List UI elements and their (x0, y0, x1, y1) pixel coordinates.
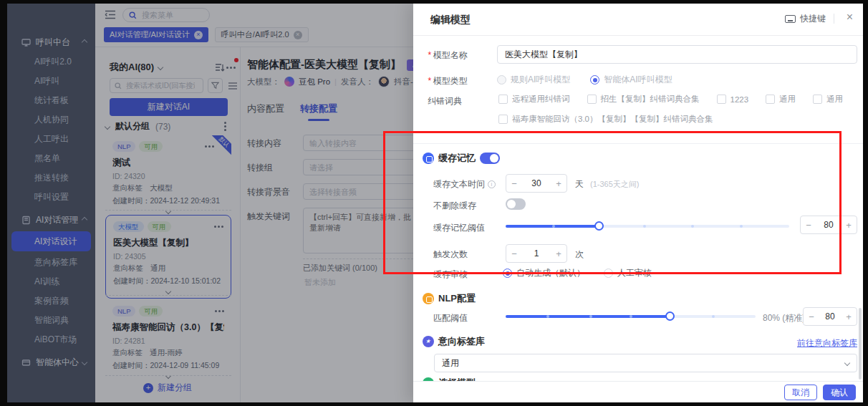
radio-checked-icon (503, 269, 512, 278)
radio-rule-ai-model[interactable]: 规则AI呼叫模型 (497, 74, 570, 86)
stepper-value[interactable]: 80 (819, 311, 841, 322)
slider-handle[interactable] (594, 221, 604, 231)
checkbox-icon (717, 95, 726, 104)
app-window: 呼叫中台 AI呼叫2.0 AI呼叫 统计看板 人机协同 人工呼出 黑名单 推送转… (7, 4, 863, 402)
radio-icon (497, 75, 506, 84)
match-threshold-slider[interactable] (506, 315, 756, 318)
nlp-config-icon (423, 293, 434, 304)
checkbox-common-dict-2[interactable]: 通用 (813, 94, 843, 105)
intent-tag-section: 意向标签库 (423, 335, 485, 348)
increment-button[interactable]: + (551, 178, 566, 189)
cache-memory-section: 缓存记忆 (423, 152, 500, 165)
intent-tag-icon (423, 336, 434, 347)
model-name-input[interactable] (497, 45, 857, 64)
field-label: *模型名称 (428, 49, 468, 62)
modal-footer: 取消 确认 (413, 381, 863, 402)
field-label: *模型类型 (428, 75, 468, 87)
screenshot-root: 呼叫中台 AI呼叫2.0 AI呼叫 统计看板 人机协同 人工呼出 黑名单 推送转… (0, 0, 868, 406)
checkbox-1223-dict[interactable]: 1223 (717, 95, 749, 104)
checkbox-icon (498, 115, 508, 124)
shortcut-label: 快捷键 (800, 13, 826, 25)
divider (834, 14, 834, 24)
cache-threshold-stepper: − 80 + (800, 216, 857, 234)
radio-label: 智能体AI呼叫模型 (604, 74, 672, 86)
confirm-button[interactable]: 确认 (823, 385, 856, 400)
radio-manual-review[interactable]: 人工审核 (604, 267, 652, 279)
section-title: 缓存记忆 (438, 152, 476, 165)
decrement-button[interactable]: − (804, 311, 819, 322)
divider (413, 143, 863, 144)
scrollbar-thumb[interactable] (859, 308, 862, 380)
select-value: 通用 (442, 357, 459, 369)
required-asterisk: * (428, 50, 431, 60)
field-label: 缓存文本时间i (433, 178, 496, 190)
checkbox-label: 1223 (730, 95, 749, 104)
section-title: 意向标签库 (438, 335, 485, 348)
stepper-value[interactable]: 1 (522, 248, 551, 258)
nlp-config-section: NLP配置 (423, 292, 476, 305)
increment-button[interactable]: + (841, 220, 857, 231)
keyboard-icon (785, 15, 796, 23)
required-asterisk: * (428, 76, 431, 86)
radio-label: 自动生成（默认） (516, 267, 585, 279)
chevron-down-icon (844, 360, 850, 366)
goto-intent-lib-link[interactable]: 前往意向标签库 (797, 337, 857, 349)
section-title: NLP配置 (438, 292, 476, 305)
stepper-value[interactable]: 30 (522, 178, 551, 188)
unit-label: 次 (575, 248, 584, 261)
field-label: 匹配阈值 (433, 312, 468, 324)
checkbox-zhaosheng-dict[interactable]: 招生【复制】纠错词典合集 (587, 94, 700, 105)
decrement-button[interactable]: − (506, 178, 522, 189)
modal-mask[interactable] (7, 4, 413, 402)
increment-button[interactable]: + (841, 311, 857, 322)
decrement-button[interactable]: − (506, 248, 522, 259)
checkbox-fushoukang-dict[interactable]: 福寿康智能回访（3.0）【复制】【复制】纠错词典合集 (498, 114, 713, 125)
field-label: 纠错词典 (428, 95, 462, 107)
decrement-button[interactable]: − (801, 220, 816, 231)
field-label: 不删除缓存 (433, 200, 476, 212)
cache-time-stepper: − 30 + (506, 174, 567, 193)
edit-model-modal: 编辑模型 快捷键 × *模型名称 *模型类型 规则AI呼叫模 (413, 4, 863, 402)
checkbox-icon (766, 95, 775, 104)
intent-tag-select[interactable]: 通用 (434, 354, 857, 372)
checkbox-label: 通用 (779, 94, 796, 105)
checkbox-icon (587, 95, 597, 104)
checkbox-remote-dict[interactable]: 远程通用纠错词 (498, 94, 570, 105)
radio-label: 人工审核 (617, 267, 652, 279)
info-icon[interactable]: i (488, 180, 496, 188)
radio-auto-generate[interactable]: 自动生成（默认） (503, 267, 585, 279)
radio-checked-icon (590, 75, 599, 84)
checkbox-common-dict-1[interactable]: 通用 (766, 94, 796, 105)
field-label: 缓存记忆阈值 (433, 222, 485, 234)
cache-memory-icon (423, 153, 434, 164)
close-icon[interactable]: × (847, 11, 853, 23)
radio-icon (604, 269, 613, 278)
modal-title: 编辑模型 (430, 14, 471, 26)
radio-agent-ai-model[interactable]: 智能体AI呼叫模型 (590, 74, 672, 86)
shortcut-button[interactable]: 快捷键 (785, 13, 826, 25)
checkbox-label: 招生【复制】纠错词典合集 (601, 94, 700, 105)
trigger-count-stepper: − 1 + (506, 244, 567, 263)
field-label: 缓存审核 (433, 269, 468, 281)
radio-label: 规则AI呼叫模型 (511, 74, 570, 86)
stepper-value[interactable]: 80 (816, 220, 841, 230)
range-hint: (1-365天之间) (590, 179, 639, 190)
modal-header: 编辑模型 快捷键 × (413, 4, 863, 36)
checkbox-icon (498, 95, 508, 104)
keep-cache-toggle[interactable] (506, 198, 526, 210)
slider-handle[interactable] (665, 311, 675, 321)
unit-label: 天 (575, 178, 584, 190)
checkbox-icon (813, 95, 822, 104)
match-threshold-note: 80% (精准) (763, 312, 805, 324)
field-label: 触发次数 (433, 248, 468, 261)
cancel-button[interactable]: 取消 (784, 385, 817, 400)
checkbox-label: 福寿康智能回访（3.0）【复制】【复制】纠错词典合集 (512, 114, 713, 125)
match-threshold-stepper: − 80 + (803, 307, 857, 326)
checkbox-label: 远程通用纠错词 (512, 94, 570, 105)
checkbox-label: 通用 (826, 94, 843, 105)
cache-threshold-slider[interactable] (506, 225, 789, 228)
cache-memory-toggle[interactable] (480, 153, 500, 164)
increment-button[interactable]: + (551, 248, 566, 259)
